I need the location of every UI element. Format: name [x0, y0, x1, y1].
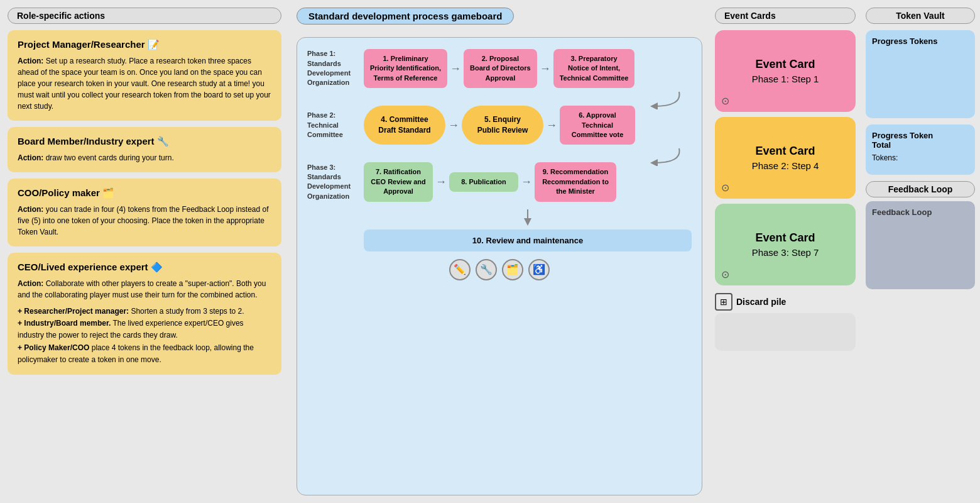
- arrow-5-6: →: [546, 119, 557, 132]
- left-panel: Role-specific actions Project Manager/Re…: [0, 0, 289, 503]
- token-vault-title: Token Vault: [866, 8, 975, 24]
- event-card-2: Event Card Phase 3: Step 7 ⊙: [715, 204, 856, 285]
- step-9: 9. RecommendationRecommendation tothe Mi…: [535, 162, 616, 201]
- phase-label-1: Phase 1:StandardsDevelopmentOrganization: [307, 49, 364, 88]
- discard-icon: ⊞: [715, 293, 732, 311]
- arrow-2-3: →: [540, 62, 551, 75]
- toolbar-icon-wrench[interactable]: 🔧: [476, 259, 497, 280]
- event-card-icon-0: ⊙: [721, 95, 729, 107]
- action-label-2: Action:: [18, 205, 43, 214]
- action-label-3: Action:: [18, 279, 43, 288]
- step-2: 2. ProposalBoard of DirectorsApproval: [464, 49, 537, 88]
- step-4: 4. CommitteeDraft Standard: [364, 106, 445, 145]
- arrow-4-5: →: [448, 119, 459, 132]
- gameboard: Phase 1:StandardsDevelopmentOrganization…: [297, 37, 702, 495]
- phase-steps-3: 7. RatificationCEO Review andApproval → …: [364, 162, 692, 201]
- role-card-0: Project Manager/Researcher 📝 Action: Set…: [8, 30, 281, 121]
- feedback-loop-section: Feedback Loop Feedback Loop: [866, 181, 975, 289]
- feedback-loop-inner-label: Feedback Loop: [872, 207, 969, 217]
- role-card-2: COO/Policy maker 🗂️ Action: you can trad…: [8, 179, 281, 246]
- feedback-loop-title: Feedback Loop: [866, 181, 975, 197]
- role-name-0: Project Manager/Researcher 📝: [18, 39, 271, 50]
- toolbar-icon-table[interactable]: 🗂️: [502, 259, 523, 280]
- step-1: 1. PreliminaryPriority Identification,Te…: [364, 49, 447, 88]
- event-card-title-0: Event Card: [749, 52, 821, 74]
- phase-steps-2: 4. CommitteeDraft Standard → 5. EnquiryP…: [364, 106, 692, 145]
- arrow-8-9: →: [521, 175, 532, 189]
- role-name-1: Board Member/Industry expert 🔧: [18, 136, 271, 147]
- event-card-subtitle-1: Phase 2: Step 4: [746, 160, 825, 177]
- event-cards-panel: Event Cards Event Card Phase 1: Step 1 ⊙…: [710, 0, 861, 503]
- step-7: 7. RatificationCEO Review andApproval: [364, 162, 433, 201]
- event-card-title-2: Event Card: [749, 225, 821, 247]
- sub-action-3-2: + Policy Maker/COO place 4 tokens in the…: [18, 342, 271, 366]
- action-label-0: Action:: [18, 57, 43, 65]
- discard-area: [715, 313, 856, 351]
- progress-tokens-box: Progress Tokens: [866, 30, 975, 118]
- arrow-1-2: →: [450, 62, 461, 75]
- phase-label-2: Phase 2:TechnicalCommittee: [307, 111, 364, 140]
- step-8: 8. Publication: [449, 172, 518, 192]
- progress-token-total-label: Progress TokenTotal: [872, 131, 969, 150]
- phase-steps-1: 1. PreliminaryPriority Identification,Te…: [364, 49, 692, 88]
- action-text-0: Set up a research study. Place a researc…: [18, 57, 271, 111]
- action-text-1: draw two event cards during your turn.: [46, 153, 174, 162]
- event-card-subtitle-2: Phase 3: Step 7: [746, 247, 825, 264]
- review-box: 10. Review and maintenance: [364, 229, 692, 252]
- arrow-7-8: →: [435, 175, 447, 189]
- token-vault-panel: Token Vault Progress Tokens Progress Tok…: [861, 0, 980, 503]
- sub-action-3-1: + Industry/Board member. The lived exper…: [18, 318, 271, 341]
- role-name-2: COO/Policy maker 🗂️: [18, 187, 271, 199]
- step-3: 3. PreparatoryNotice of Intent,Technical…: [553, 49, 635, 88]
- discard-label: Discard pile: [736, 297, 786, 307]
- event-card-subtitle-0: Phase 1: Step 1: [746, 74, 825, 91]
- event-card-icon-1: ⊙: [721, 182, 729, 194]
- phase-row-3: Phase 3:StandardsDevelopmentOrganization…: [307, 162, 692, 201]
- phase-row-1: Phase 1:StandardsDevelopmentOrganization…: [307, 49, 692, 88]
- left-panel-title: Role-specific actions: [8, 8, 281, 24]
- sub-actions-3: + Researcher/Project manager: Shorten a …: [18, 306, 271, 366]
- step-5: 5. EnquiryPublic Review: [462, 106, 543, 145]
- role-name-3: CEO/Lived experience expert 🔷: [18, 262, 271, 273]
- event-cards-title: Event Cards: [715, 8, 856, 24]
- toolbar-icons: ✏️ 🔧 🗂️ ♿: [307, 259, 692, 280]
- action-text-3: Collaborate with other players to create…: [18, 279, 266, 299]
- phase-row-2: Phase 2:TechnicalCommittee 4. CommitteeD…: [307, 106, 692, 145]
- feedback-loop-area: Feedback Loop: [866, 201, 975, 289]
- step-6: 6. ApprovalTechnicalCommittee vote: [560, 106, 635, 145]
- event-card-0: Event Card Phase 1: Step 1 ⊙: [715, 30, 856, 112]
- progress-token-total-box: Progress TokenTotal Tokens:: [866, 124, 975, 175]
- arrow-to-review: [518, 208, 537, 227]
- toolbar-icon-edit[interactable]: ✏️: [449, 259, 471, 280]
- sub-action-3-0: + Researcher/Project manager: Shorten a …: [18, 306, 271, 318]
- event-card-title-1: Event Card: [749, 138, 821, 160]
- event-card-icon-2: ⊙: [721, 268, 729, 280]
- center-panel: Standard development process gameboard P…: [289, 0, 710, 503]
- action-label-1: Action:: [18, 153, 43, 162]
- action-text-2: you can trade in four (4) tokens from th…: [18, 205, 269, 236]
- tokens-value: Tokens:: [872, 153, 969, 162]
- tokens-label: Tokens:: [872, 153, 898, 162]
- role-card-1: Board Member/Industry expert 🔧 Action: d…: [8, 127, 281, 172]
- toolbar-icon-access[interactable]: ♿: [528, 259, 550, 280]
- phase-label-3: Phase 3:StandardsDevelopmentOrganization: [307, 163, 364, 202]
- board-title: Standard development process gameboard: [297, 8, 514, 25]
- event-card-1: Event Card Phase 2: Step 4 ⊙: [715, 117, 856, 199]
- discard-section: ⊞ Discard pile: [715, 293, 856, 311]
- role-card-3: CEO/Lived experience expert 🔷 Action: Co…: [8, 253, 281, 375]
- progress-tokens-label: Progress Tokens: [872, 36, 969, 46]
